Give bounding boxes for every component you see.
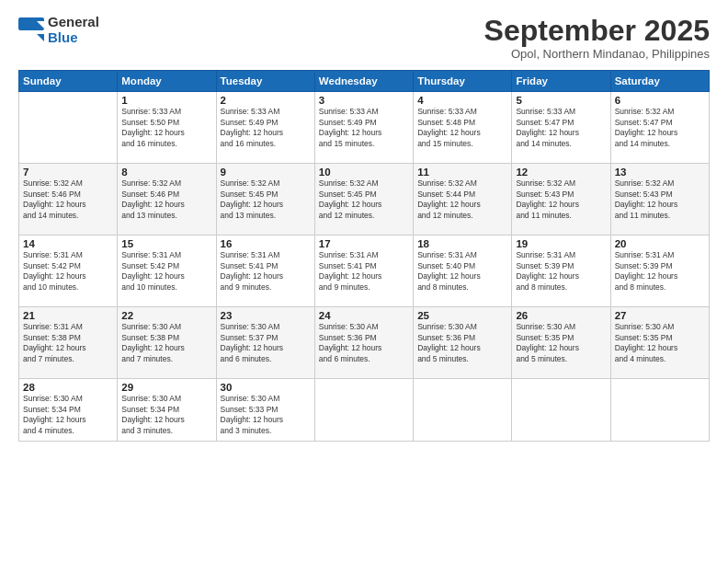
day-number: 6 [615,95,705,106]
col-tuesday: Tuesday [216,71,314,92]
day-number: 14 [23,238,113,249]
day-info: Sunrise: 5:31 AMSunset: 5:39 PMDaylight:… [516,250,606,293]
table-row: 9Sunrise: 5:32 AMSunset: 5:45 PMDaylight… [216,164,314,236]
day-number: 16 [221,238,311,249]
day-number: 12 [516,167,606,178]
day-number: 22 [121,310,211,321]
table-row: 15Sunrise: 5:31 AMSunset: 5:42 PMDayligh… [118,236,216,307]
day-number: 19 [516,238,606,249]
table-row: 6Sunrise: 5:32 AMSunset: 5:47 PMDaylight… [610,92,709,164]
day-info: Sunrise: 5:30 AMSunset: 5:38 PMDaylight:… [121,322,211,364]
table-row [314,379,413,442]
day-number: 3 [319,95,409,106]
day-info: Sunrise: 5:32 AMSunset: 5:43 PMDaylight:… [516,178,606,221]
logo-blue-text: Blue [48,30,99,46]
day-info: Sunrise: 5:30 AMSunset: 5:35 PMDaylight:… [516,322,606,364]
title-area: September 2025 Opol, Northern Mindanao, … [484,15,710,61]
calendar-table: Sunday Monday Tuesday Wednesday Thursday… [18,70,710,442]
day-info: Sunrise: 5:31 AMSunset: 5:41 PMDaylight:… [319,250,409,293]
page-header: General Blue September 2025 Opol, Northe… [18,15,710,61]
day-info: Sunrise: 5:30 AMSunset: 5:33 PMDaylight:… [221,394,311,436]
table-row: 17Sunrise: 5:31 AMSunset: 5:41 PMDayligh… [314,236,413,307]
col-saturday: Saturday [610,71,709,92]
table-row: 23Sunrise: 5:30 AMSunset: 5:37 PMDayligh… [216,307,314,379]
table-row: 26Sunrise: 5:30 AMSunset: 5:35 PMDayligh… [512,307,610,379]
table-row: 1Sunrise: 5:33 AMSunset: 5:50 PMDaylight… [118,92,216,164]
table-row [19,92,118,164]
table-row: 20Sunrise: 5:31 AMSunset: 5:39 PMDayligh… [610,236,709,307]
day-number: 5 [516,95,606,106]
day-number: 29 [121,382,211,393]
col-sunday: Sunday [19,71,118,92]
day-info: Sunrise: 5:31 AMSunset: 5:39 PMDaylight:… [615,250,705,293]
day-number: 13 [615,167,705,178]
table-row [610,379,709,442]
day-number: 9 [221,167,311,178]
month-title: September 2025 [484,15,710,47]
day-info: Sunrise: 5:31 AMSunset: 5:40 PMDaylight:… [417,250,507,293]
table-row [414,379,512,442]
day-info: Sunrise: 5:32 AMSunset: 5:45 PMDaylight:… [319,178,409,221]
table-row: 28Sunrise: 5:30 AMSunset: 5:34 PMDayligh… [19,379,118,442]
day-info: Sunrise: 5:30 AMSunset: 5:37 PMDaylight:… [221,322,311,364]
logo: General Blue [18,15,99,45]
table-row: 27Sunrise: 5:30 AMSunset: 5:35 PMDayligh… [610,307,709,379]
table-row: 16Sunrise: 5:31 AMSunset: 5:41 PMDayligh… [216,236,314,307]
calendar-header-row: Sunday Monday Tuesday Wednesday Thursday… [19,71,710,92]
table-row: 21Sunrise: 5:31 AMSunset: 5:38 PMDayligh… [19,307,118,379]
table-row: 12Sunrise: 5:32 AMSunset: 5:43 PMDayligh… [512,164,610,236]
table-row: 25Sunrise: 5:30 AMSunset: 5:36 PMDayligh… [414,307,512,379]
day-info: Sunrise: 5:30 AMSunset: 5:34 PMDaylight:… [23,394,113,436]
logo-icon [18,17,44,43]
logo-text: General Blue [48,15,99,45]
day-number: 17 [319,238,409,249]
table-row: 8Sunrise: 5:32 AMSunset: 5:46 PMDaylight… [118,164,216,236]
col-thursday: Thursday [414,71,512,92]
day-info: Sunrise: 5:31 AMSunset: 5:42 PMDaylight:… [23,250,113,293]
day-number: 2 [221,95,311,106]
day-number: 11 [417,167,507,178]
day-info: Sunrise: 5:30 AMSunset: 5:36 PMDaylight:… [319,322,409,364]
day-number: 24 [319,310,409,321]
table-row: 4Sunrise: 5:33 AMSunset: 5:48 PMDaylight… [414,92,512,164]
location-subtitle: Opol, Northern Mindanao, Philippines [484,47,710,61]
col-friday: Friday [512,71,610,92]
table-row: 7Sunrise: 5:32 AMSunset: 5:46 PMDaylight… [19,164,118,236]
day-info: Sunrise: 5:30 AMSunset: 5:34 PMDaylight:… [121,394,211,436]
day-info: Sunrise: 5:32 AMSunset: 5:47 PMDaylight:… [615,107,705,149]
col-wednesday: Wednesday [314,71,413,92]
day-info: Sunrise: 5:32 AMSunset: 5:43 PMDaylight:… [615,178,705,221]
day-info: Sunrise: 5:31 AMSunset: 5:42 PMDaylight:… [121,250,211,293]
day-number: 26 [516,310,606,321]
table-row: 30Sunrise: 5:30 AMSunset: 5:33 PMDayligh… [216,379,314,442]
day-number: 27 [615,310,705,321]
day-info: Sunrise: 5:33 AMSunset: 5:47 PMDaylight:… [516,107,606,149]
day-info: Sunrise: 5:32 AMSunset: 5:46 PMDaylight:… [121,178,211,221]
day-info: Sunrise: 5:33 AMSunset: 5:48 PMDaylight:… [417,107,507,149]
day-number: 25 [417,310,507,321]
table-row: 19Sunrise: 5:31 AMSunset: 5:39 PMDayligh… [512,236,610,307]
table-row: 10Sunrise: 5:32 AMSunset: 5:45 PMDayligh… [314,164,413,236]
table-row: 24Sunrise: 5:30 AMSunset: 5:36 PMDayligh… [314,307,413,379]
table-row: 29Sunrise: 5:30 AMSunset: 5:34 PMDayligh… [118,379,216,442]
day-info: Sunrise: 5:30 AMSunset: 5:36 PMDaylight:… [417,322,507,364]
col-monday: Monday [118,71,216,92]
day-info: Sunrise: 5:33 AMSunset: 5:50 PMDaylight:… [121,107,211,149]
day-info: Sunrise: 5:33 AMSunset: 5:49 PMDaylight:… [319,107,409,149]
table-row: 18Sunrise: 5:31 AMSunset: 5:40 PMDayligh… [414,236,512,307]
table-row: 2Sunrise: 5:33 AMSunset: 5:49 PMDaylight… [216,92,314,164]
day-number: 7 [23,167,113,178]
day-number: 30 [221,382,311,393]
table-row: 5Sunrise: 5:33 AMSunset: 5:47 PMDaylight… [512,92,610,164]
day-number: 8 [121,167,211,178]
logo-general-text: General [48,15,99,30]
table-row: 11Sunrise: 5:32 AMSunset: 5:44 PMDayligh… [414,164,512,236]
table-row [512,379,610,442]
day-info: Sunrise: 5:30 AMSunset: 5:35 PMDaylight:… [615,322,705,364]
day-number: 20 [615,238,705,249]
day-info: Sunrise: 5:31 AMSunset: 5:41 PMDaylight:… [221,250,311,293]
day-info: Sunrise: 5:32 AMSunset: 5:46 PMDaylight:… [23,178,113,221]
table-row: 14Sunrise: 5:31 AMSunset: 5:42 PMDayligh… [19,236,118,307]
day-number: 4 [417,95,507,106]
day-number: 15 [121,238,211,249]
